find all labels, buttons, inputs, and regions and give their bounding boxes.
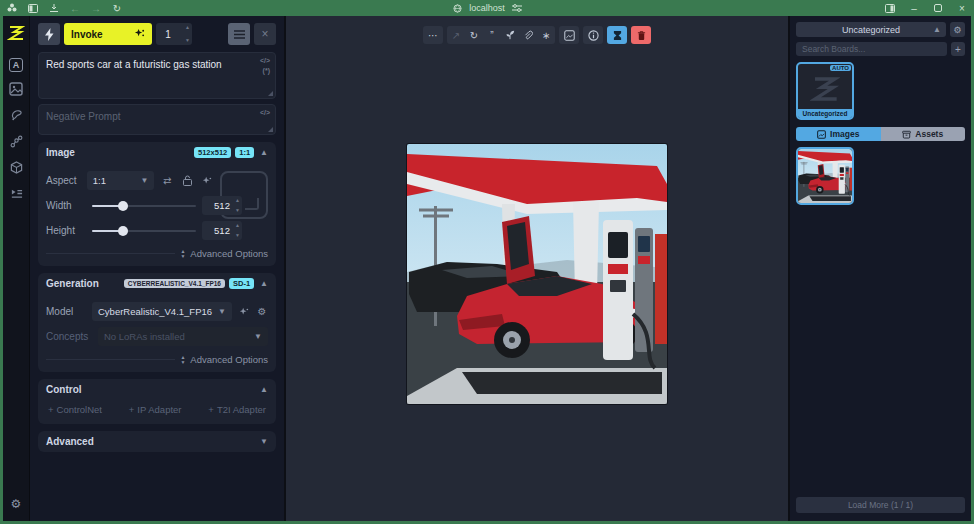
negative-prompt-box: </>: [38, 104, 276, 135]
embedding-icon[interactable]: (*): [260, 67, 270, 74]
optimize-size-icon[interactable]: [200, 176, 214, 186]
gallery-thumbnail-selected[interactable]: [796, 147, 854, 205]
section-title: Control: [46, 384, 82, 395]
maximize-icon[interactable]: [932, 2, 944, 14]
minimize-icon[interactable]: –: [908, 2, 920, 14]
advanced-options-label: Advanced Options: [190, 248, 268, 259]
tune-icon[interactable]: [511, 2, 523, 14]
height-slider[interactable]: [92, 226, 196, 236]
chevron-down-icon[interactable]: ▼: [260, 437, 268, 446]
reload-icon[interactable]: ↻: [111, 2, 123, 14]
width-value[interactable]: [210, 200, 234, 211]
section-title: Generation: [46, 278, 99, 289]
board-selector-value: Uncategorized: [842, 25, 900, 35]
use-all-paperclip-icon[interactable]: [519, 26, 537, 44]
tab-workflows-icon[interactable]: [7, 132, 25, 150]
controlnet-label: ControlNet: [57, 404, 102, 415]
advanced-header[interactable]: Advanced ▼: [38, 431, 276, 452]
concepts-select[interactable]: No LoRAs installed ▼: [98, 327, 268, 346]
negative-prompt-input[interactable]: [46, 111, 253, 128]
url-text[interactable]: localhost: [469, 3, 505, 13]
concepts-placeholder: No LoRAs installed: [104, 331, 185, 342]
expand-icon: ▲▼: [180, 355, 185, 365]
delete-image-button[interactable]: [631, 26, 651, 44]
model-settings-gear-icon[interactable]: ⚙: [256, 306, 268, 317]
positive-prompt-input[interactable]: Red sports car at a futuristic gas stati…: [46, 59, 253, 92]
arch-badge: SD-1: [229, 278, 254, 289]
seed-asterisk-icon[interactable]: ∗: [537, 26, 555, 44]
metadata-image-button[interactable]: [559, 26, 579, 44]
tab-queue-icon[interactable]: [7, 184, 25, 202]
downloads-icon[interactable]: [48, 2, 60, 14]
resize-handle[interactable]: [268, 91, 273, 96]
send-to-canvas-icon[interactable]: ↗: [447, 26, 465, 44]
chevron-up-icon[interactable]: ▲: [260, 279, 268, 288]
browser-app-icon[interactable]: [6, 2, 18, 14]
image-settings-header[interactable]: Image 512x512 1:1 ▲: [38, 142, 276, 163]
panel-icon[interactable]: [884, 2, 896, 14]
back-icon[interactable]: ←: [69, 2, 81, 14]
aspect-value: 1:1: [93, 175, 106, 186]
tab-assets[interactable]: Assets: [881, 127, 966, 141]
add-controlnet-button[interactable]: +ControlNet: [48, 404, 102, 415]
gallery-settings-gear-icon[interactable]: ⚙: [950, 22, 965, 37]
swap-dimensions-icon[interactable]: ⇄: [160, 175, 174, 186]
model-badge: CYBERREALISTIC_V4.1_FP16: [124, 279, 225, 288]
invoke-button[interactable]: Invoke: [64, 23, 152, 45]
width-input[interactable]: ▲▼: [202, 196, 242, 215]
code-icon[interactable]: </>: [260, 109, 270, 116]
control-card: Control ▲ +ControlNet +IP Adapter +T2I A…: [38, 379, 276, 424]
search-boards-input[interactable]: [796, 42, 947, 56]
forward-icon[interactable]: →: [90, 2, 102, 14]
remix-icon[interactable]: ↻: [465, 26, 483, 44]
advanced-card: Advanced ▼: [38, 431, 276, 452]
generation-header[interactable]: Generation CYBERREALISTIC_V4.1_FP16 SD-1…: [38, 273, 276, 294]
add-board-button[interactable]: +: [951, 42, 965, 56]
close-icon[interactable]: ×: [956, 2, 968, 14]
sidebar-toggle-icon[interactable]: [27, 2, 39, 14]
chevron-up-icon[interactable]: ▲: [260, 385, 268, 394]
progress-toggle-button[interactable]: [607, 26, 627, 44]
queue-prompt-bolt-button[interactable]: [38, 23, 60, 45]
model-picker-icon[interactable]: [238, 307, 250, 317]
invoke-logo-icon: [7, 24, 25, 42]
board-card-uncategorized[interactable]: AUTO Uncategorized: [796, 62, 854, 120]
iterations-value[interactable]: [156, 29, 180, 40]
tab-models-icon[interactable]: [7, 158, 25, 176]
add-t2i-adapter-button[interactable]: +T2I Adapter: [208, 404, 266, 415]
height-input[interactable]: ▲▼: [202, 221, 242, 240]
tab-canvas-image-icon[interactable]: [7, 80, 25, 98]
generation-advanced-options[interactable]: ▲▼ Advanced Options: [46, 354, 268, 365]
generated-image[interactable]: [407, 144, 667, 404]
control-header[interactable]: Control ▲: [38, 379, 276, 400]
board-selector[interactable]: Uncategorized ▲: [796, 22, 946, 37]
lock-aspect-icon[interactable]: [180, 175, 194, 186]
tab-upscale-icon[interactable]: [7, 106, 25, 124]
use-prompt-icon[interactable]: ”: [483, 26, 501, 44]
width-slider[interactable]: [92, 201, 196, 211]
model-select[interactable]: CyberRealistic_V4.1_FP16 ▼: [92, 302, 232, 321]
image-menu-button[interactable]: ⋯: [423, 26, 443, 44]
clear-queue-button[interactable]: ×: [254, 23, 276, 45]
site-info-icon[interactable]: [451, 2, 463, 14]
chevron-up-icon: ▲: [933, 25, 941, 34]
tab-images[interactable]: Images: [796, 127, 881, 141]
use-seed-icon[interactable]: [501, 26, 519, 44]
section-title: Image: [46, 147, 75, 158]
load-more-button[interactable]: Load More (1 / 1): [796, 497, 965, 513]
settings-gear-icon[interactable]: ⚙: [7, 495, 25, 513]
code-icon[interactable]: </>: [260, 57, 270, 64]
image-advanced-options[interactable]: ▲▼ Advanced Options: [46, 248, 268, 259]
iterations-input[interactable]: ▲▼: [156, 23, 192, 45]
height-value[interactable]: [210, 225, 234, 236]
info-button[interactable]: [583, 26, 603, 44]
iterations-stepper[interactable]: ▲▼: [185, 25, 190, 43]
chevron-up-icon[interactable]: ▲: [260, 148, 268, 157]
positive-prompt-box: Red sports car at a futuristic gas stati…: [38, 52, 276, 99]
aspect-select[interactable]: 1:1 ▼: [87, 171, 155, 190]
tab-generation-icon[interactable]: A: [9, 58, 23, 72]
add-ip-adapter-button[interactable]: +IP Adapter: [129, 404, 182, 415]
queue-list-button[interactable]: [228, 23, 250, 45]
resize-handle[interactable]: [268, 127, 273, 132]
load-more-label: Load More (1 / 1): [848, 500, 913, 510]
